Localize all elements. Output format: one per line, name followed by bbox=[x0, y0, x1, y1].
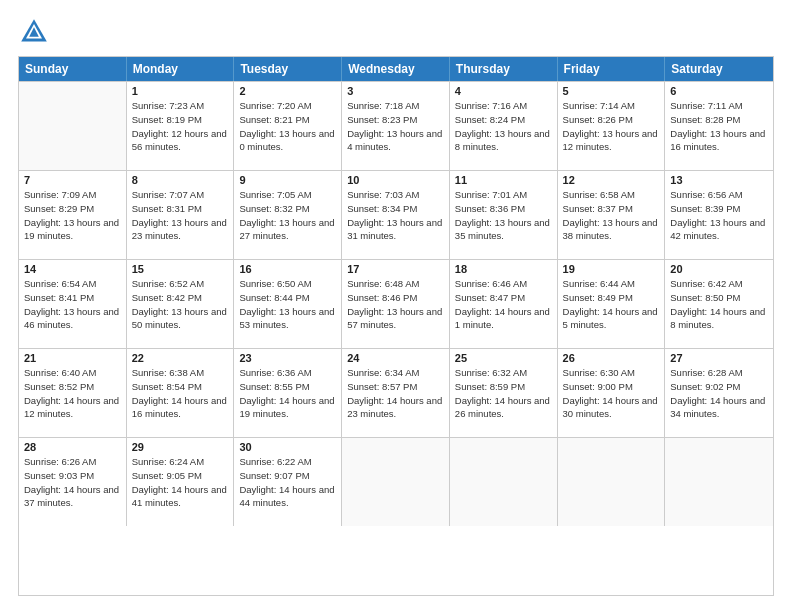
sunrise-text: Sunrise: 6:22 AM bbox=[239, 455, 336, 469]
sunrise-text: Sunrise: 7:07 AM bbox=[132, 188, 229, 202]
sunset-text: Sunset: 8:46 PM bbox=[347, 291, 444, 305]
day-cell-8: 8Sunrise: 7:07 AMSunset: 8:31 PMDaylight… bbox=[127, 171, 235, 259]
daylight-text: Daylight: 12 hours and 56 minutes. bbox=[132, 127, 229, 155]
sunset-text: Sunset: 8:26 PM bbox=[563, 113, 660, 127]
day-cell-28: 28Sunrise: 6:26 AMSunset: 9:03 PMDayligh… bbox=[19, 438, 127, 526]
day-number: 24 bbox=[347, 352, 444, 364]
day-number: 19 bbox=[563, 263, 660, 275]
day-cell-11: 11Sunrise: 7:01 AMSunset: 8:36 PMDayligh… bbox=[450, 171, 558, 259]
sunset-text: Sunset: 8:57 PM bbox=[347, 380, 444, 394]
day-cell-30: 30Sunrise: 6:22 AMSunset: 9:07 PMDayligh… bbox=[234, 438, 342, 526]
sunrise-text: Sunrise: 6:28 AM bbox=[670, 366, 768, 380]
day-number: 27 bbox=[670, 352, 768, 364]
sunset-text: Sunset: 8:47 PM bbox=[455, 291, 552, 305]
day-cell-19: 19Sunrise: 6:44 AMSunset: 8:49 PMDayligh… bbox=[558, 260, 666, 348]
day-cell-7: 7Sunrise: 7:09 AMSunset: 8:29 PMDaylight… bbox=[19, 171, 127, 259]
day-cell-empty-4-3 bbox=[342, 438, 450, 526]
col-header-friday: Friday bbox=[558, 57, 666, 81]
sunset-text: Sunset: 9:02 PM bbox=[670, 380, 768, 394]
sunrise-text: Sunrise: 7:01 AM bbox=[455, 188, 552, 202]
sunrise-text: Sunrise: 6:50 AM bbox=[239, 277, 336, 291]
col-header-wednesday: Wednesday bbox=[342, 57, 450, 81]
sunrise-text: Sunrise: 6:32 AM bbox=[455, 366, 552, 380]
sunset-text: Sunset: 9:03 PM bbox=[24, 469, 121, 483]
day-cell-empty-4-6 bbox=[665, 438, 773, 526]
week-row-4: 21Sunrise: 6:40 AMSunset: 8:52 PMDayligh… bbox=[19, 348, 773, 437]
daylight-text: Daylight: 13 hours and 53 minutes. bbox=[239, 305, 336, 333]
day-cell-2: 2Sunrise: 7:20 AMSunset: 8:21 PMDaylight… bbox=[234, 82, 342, 170]
week-row-2: 7Sunrise: 7:09 AMSunset: 8:29 PMDaylight… bbox=[19, 170, 773, 259]
sunrise-text: Sunrise: 6:36 AM bbox=[239, 366, 336, 380]
day-cell-empty-4-4 bbox=[450, 438, 558, 526]
day-cell-27: 27Sunrise: 6:28 AMSunset: 9:02 PMDayligh… bbox=[665, 349, 773, 437]
sunset-text: Sunset: 8:50 PM bbox=[670, 291, 768, 305]
sunset-text: Sunset: 8:28 PM bbox=[670, 113, 768, 127]
day-number: 17 bbox=[347, 263, 444, 275]
day-number: 21 bbox=[24, 352, 121, 364]
sunrise-text: Sunrise: 7:03 AM bbox=[347, 188, 444, 202]
daylight-text: Daylight: 14 hours and 19 minutes. bbox=[239, 394, 336, 422]
daylight-text: Daylight: 14 hours and 41 minutes. bbox=[132, 483, 229, 511]
day-cell-16: 16Sunrise: 6:50 AMSunset: 8:44 PMDayligh… bbox=[234, 260, 342, 348]
day-cell-14: 14Sunrise: 6:54 AMSunset: 8:41 PMDayligh… bbox=[19, 260, 127, 348]
logo bbox=[18, 16, 54, 48]
day-number: 7 bbox=[24, 174, 121, 186]
day-number: 28 bbox=[24, 441, 121, 453]
day-number: 25 bbox=[455, 352, 552, 364]
day-cell-29: 29Sunrise: 6:24 AMSunset: 9:05 PMDayligh… bbox=[127, 438, 235, 526]
day-cell-22: 22Sunrise: 6:38 AMSunset: 8:54 PMDayligh… bbox=[127, 349, 235, 437]
daylight-text: Daylight: 14 hours and 1 minute. bbox=[455, 305, 552, 333]
day-number: 13 bbox=[670, 174, 768, 186]
day-number: 14 bbox=[24, 263, 121, 275]
day-number: 10 bbox=[347, 174, 444, 186]
day-cell-24: 24Sunrise: 6:34 AMSunset: 8:57 PMDayligh… bbox=[342, 349, 450, 437]
day-cell-3: 3Sunrise: 7:18 AMSunset: 8:23 PMDaylight… bbox=[342, 82, 450, 170]
day-number: 2 bbox=[239, 85, 336, 97]
sunset-text: Sunset: 9:07 PM bbox=[239, 469, 336, 483]
daylight-text: Daylight: 14 hours and 23 minutes. bbox=[347, 394, 444, 422]
day-cell-17: 17Sunrise: 6:48 AMSunset: 8:46 PMDayligh… bbox=[342, 260, 450, 348]
day-number: 8 bbox=[132, 174, 229, 186]
day-cell-21: 21Sunrise: 6:40 AMSunset: 8:52 PMDayligh… bbox=[19, 349, 127, 437]
header bbox=[18, 16, 774, 48]
sunset-text: Sunset: 8:44 PM bbox=[239, 291, 336, 305]
day-number: 18 bbox=[455, 263, 552, 275]
daylight-text: Daylight: 13 hours and 42 minutes. bbox=[670, 216, 768, 244]
day-cell-4: 4Sunrise: 7:16 AMSunset: 8:24 PMDaylight… bbox=[450, 82, 558, 170]
sunset-text: Sunset: 8:19 PM bbox=[132, 113, 229, 127]
day-number: 23 bbox=[239, 352, 336, 364]
daylight-text: Daylight: 13 hours and 0 minutes. bbox=[239, 127, 336, 155]
day-number: 4 bbox=[455, 85, 552, 97]
sunrise-text: Sunrise: 6:48 AM bbox=[347, 277, 444, 291]
sunset-text: Sunset: 8:36 PM bbox=[455, 202, 552, 216]
daylight-text: Daylight: 13 hours and 27 minutes. bbox=[239, 216, 336, 244]
daylight-text: Daylight: 13 hours and 35 minutes. bbox=[455, 216, 552, 244]
daylight-text: Daylight: 13 hours and 46 minutes. bbox=[24, 305, 121, 333]
sunrise-text: Sunrise: 7:14 AM bbox=[563, 99, 660, 113]
day-number: 12 bbox=[563, 174, 660, 186]
logo-icon bbox=[18, 16, 50, 48]
sunset-text: Sunset: 8:37 PM bbox=[563, 202, 660, 216]
day-number: 30 bbox=[239, 441, 336, 453]
sunset-text: Sunset: 8:21 PM bbox=[239, 113, 336, 127]
week-row-3: 14Sunrise: 6:54 AMSunset: 8:41 PMDayligh… bbox=[19, 259, 773, 348]
daylight-text: Daylight: 13 hours and 23 minutes. bbox=[132, 216, 229, 244]
week-row-5: 28Sunrise: 6:26 AMSunset: 9:03 PMDayligh… bbox=[19, 437, 773, 526]
day-cell-1: 1Sunrise: 7:23 AMSunset: 8:19 PMDaylight… bbox=[127, 82, 235, 170]
day-number: 9 bbox=[239, 174, 336, 186]
daylight-text: Daylight: 13 hours and 38 minutes. bbox=[563, 216, 660, 244]
sunrise-text: Sunrise: 7:23 AM bbox=[132, 99, 229, 113]
sunset-text: Sunset: 8:34 PM bbox=[347, 202, 444, 216]
day-cell-13: 13Sunrise: 6:56 AMSunset: 8:39 PMDayligh… bbox=[665, 171, 773, 259]
daylight-text: Daylight: 13 hours and 16 minutes. bbox=[670, 127, 768, 155]
day-number: 11 bbox=[455, 174, 552, 186]
calendar: SundayMondayTuesdayWednesdayThursdayFrid… bbox=[18, 56, 774, 596]
col-header-thursday: Thursday bbox=[450, 57, 558, 81]
daylight-text: Daylight: 13 hours and 50 minutes. bbox=[132, 305, 229, 333]
daylight-text: Daylight: 14 hours and 37 minutes. bbox=[24, 483, 121, 511]
col-header-sunday: Sunday bbox=[19, 57, 127, 81]
day-number: 15 bbox=[132, 263, 229, 275]
sunrise-text: Sunrise: 6:26 AM bbox=[24, 455, 121, 469]
day-cell-9: 9Sunrise: 7:05 AMSunset: 8:32 PMDaylight… bbox=[234, 171, 342, 259]
day-number: 5 bbox=[563, 85, 660, 97]
